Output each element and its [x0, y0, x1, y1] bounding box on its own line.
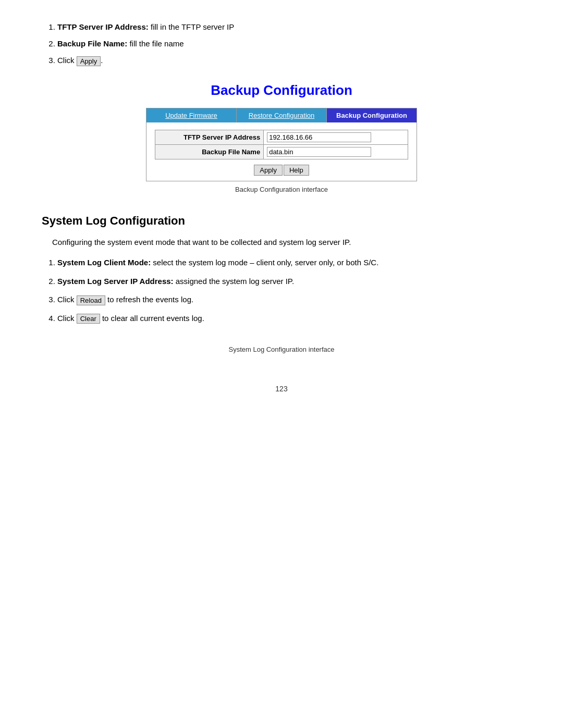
syslog-item-2: System Log Server IP Address: assigned t… — [57, 275, 521, 288]
syslog-prefix-3: Click — [57, 295, 77, 304]
tab-backup-configuration[interactable]: Backup Configuration — [327, 108, 417, 122]
intro-item-3: Click Apply. — [57, 54, 521, 67]
intro-suffix-3: . — [101, 56, 103, 65]
tab-restore-configuration[interactable]: Restore Configuration — [237, 108, 327, 122]
intro-text-1: fill in the TFTP server IP — [149, 22, 235, 31]
tab-update-firmware[interactable]: Update Firmware — [146, 108, 237, 122]
backup-filename-input[interactable] — [267, 147, 371, 157]
clear-button[interactable]: Clear — [77, 314, 100, 324]
syslog-intro: Configuring the system event mode that w… — [52, 236, 521, 249]
syslog-suffix-4: to clear all current events log. — [100, 314, 204, 323]
table-row-tftp: TFTP Server IP Address — [155, 130, 408, 145]
syslog-item-3: Click Reload to refresh the events log. — [57, 293, 521, 306]
tftp-input[interactable] — [267, 132, 371, 142]
backup-config-caption: Backup Configuration interface — [42, 186, 521, 193]
form-area: TFTP Server IP Address Backup File Name … — [146, 122, 417, 181]
intro-prefix-3: Click — [57, 56, 77, 65]
syslog-text-2: assigned the system log server IP. — [174, 277, 295, 286]
backup-filename-value-cell — [264, 145, 408, 159]
intro-item-1: TFTP Server IP Address: fill in the TFTP… — [57, 21, 521, 33]
apply-inline-button[interactable]: Apply — [77, 56, 101, 66]
syslog-caption: System Log Configuration interface — [42, 346, 521, 353]
intro-text-2: fill the file name — [127, 39, 183, 48]
form-button-row: ApplyHelp — [155, 165, 408, 176]
intro-label-2: Backup File Name: — [57, 39, 127, 48]
tftp-label: TFTP Server IP Address — [155, 130, 264, 145]
page-number: 123 — [42, 385, 521, 393]
syslog-prefix-4: Click — [57, 314, 77, 323]
apply-button[interactable]: Apply — [254, 165, 283, 176]
intro-label-1: TFTP Server IP Address: — [57, 22, 149, 31]
help-button[interactable]: Help — [284, 165, 309, 176]
backup-config-panel: Update Firmware Restore Configuration Ba… — [146, 108, 417, 181]
syslog-item-1: System Log Client Mode: select the syste… — [57, 256, 521, 269]
intro-item-2: Backup File Name: fill the file name — [57, 38, 521, 50]
table-row-backup-filename: Backup File Name — [155, 145, 408, 159]
backup-filename-label: Backup File Name — [155, 145, 264, 159]
intro-list: TFTP Server IP Address: fill in the TFTP… — [42, 21, 521, 67]
syslog-title: System Log Configuration — [42, 214, 521, 228]
tftp-value-cell — [264, 130, 408, 145]
syslog-label-1: System Log Client Mode: — [57, 258, 151, 267]
form-table: TFTP Server IP Address Backup File Name — [155, 130, 408, 159]
syslog-text-1: select the system log mode – client only… — [151, 258, 378, 267]
syslog-label-2: System Log Server IP Address: — [57, 277, 174, 286]
syslog-item-4: Click Clear to clear all current events … — [57, 312, 521, 325]
syslog-suffix-3: to refresh the events log. — [105, 295, 193, 304]
backup-config-title: Backup Configuration — [42, 82, 521, 98]
syslog-list: System Log Client Mode: select the syste… — [42, 256, 521, 325]
tab-bar: Update Firmware Restore Configuration Ba… — [146, 108, 417, 122]
reload-button[interactable]: Reload — [77, 295, 105, 305]
